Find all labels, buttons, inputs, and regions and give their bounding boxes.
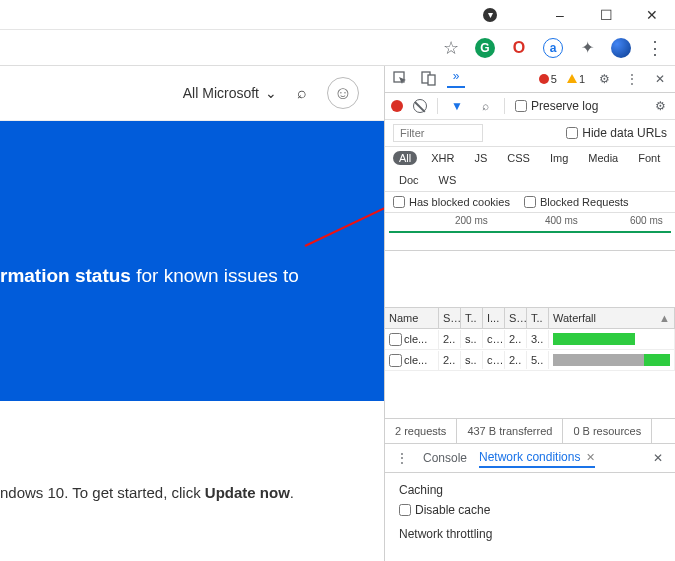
cell-i-0: c... [483, 330, 505, 348]
settings-gear-icon[interactable]: ⚙ [595, 70, 613, 88]
cell-s-0: 2.. [439, 330, 461, 348]
devtools-close-icon[interactable]: ✕ [651, 70, 669, 88]
has-blocked-cookies-checkbox[interactable]: Has blocked cookies [393, 196, 510, 208]
bottom-text-3: . [290, 484, 294, 501]
caret-down-icon[interactable]: ▾ [483, 8, 497, 22]
filter-all[interactable]: All [393, 151, 417, 165]
table-row[interactable]: cle... 2.. s.. c... 2.. 3.. [385, 329, 675, 350]
banner-rest: for known issues to [131, 265, 299, 286]
col-name[interactable]: Name [385, 308, 439, 328]
disable-cache-input[interactable] [399, 504, 411, 516]
cell-s-1: 2.. [439, 351, 461, 369]
tick-600: 600 ms [630, 215, 663, 226]
search-network-icon[interactable]: ⌕ [476, 97, 494, 115]
drawer-tab-close-icon[interactable]: ✕ [586, 451, 595, 463]
devtools-tabbar: » 5 1 ⚙ ⋮ ✕ [385, 66, 675, 93]
hide-data-urls-input[interactable] [566, 127, 578, 139]
extension-a-icon[interactable]: a [543, 38, 563, 58]
preserve-log-input[interactable] [515, 100, 527, 112]
status-resources: 0 B resources [563, 419, 652, 443]
preserve-log-checkbox[interactable]: Preserve log [515, 99, 598, 113]
warning-count-badge[interactable]: 1 [567, 73, 585, 85]
filter-font[interactable]: Font [632, 151, 666, 165]
cell-s2-0: 2.. [505, 330, 527, 348]
bookmark-star-icon[interactable]: ☆ [441, 38, 461, 58]
cell-t2-1: 5.. [527, 351, 549, 369]
col-waterfall-label: Waterfall [553, 312, 596, 324]
drawer-tab-network-conditions[interactable]: Network conditions ✕ [479, 448, 595, 468]
divider [437, 98, 438, 114]
network-settings-gear-icon[interactable]: ⚙ [651, 97, 669, 115]
caching-section: Caching Disable cache [399, 483, 661, 517]
col-type[interactable]: T.. [461, 308, 483, 328]
table-row[interactable]: cle... 2.. s.. c... 2.. 5.. [385, 350, 675, 371]
sort-arrow-icon: ▲ [659, 312, 670, 324]
svg-rect-3 [428, 75, 435, 85]
divider [504, 98, 505, 114]
device-toggle-icon[interactable] [419, 70, 437, 88]
update-now-label: Update now [205, 484, 290, 501]
hide-data-urls-label: Hide data URLs [582, 126, 667, 140]
page-content: All Microsoft ⌄ ⌕ ☺ rmation status for k… [0, 66, 385, 561]
extension-g-icon[interactable]: G [475, 38, 495, 58]
col-status[interactable]: S.. [439, 308, 461, 328]
filter-xhr[interactable]: XHR [425, 151, 460, 165]
throttling-section: Network throttling [399, 527, 661, 541]
blocked-requests-input[interactable] [524, 196, 536, 208]
search-icon[interactable]: ⌕ [297, 84, 307, 102]
bottom-text-1: ndows 10. To get started, click [0, 484, 205, 501]
drawer-close-icon[interactable]: ✕ [649, 449, 667, 467]
filter-ws[interactable]: WS [433, 173, 463, 187]
hide-data-urls-checkbox[interactable]: Hide data URLs [566, 126, 667, 140]
has-blocked-cookies-input[interactable] [393, 196, 405, 208]
error-count-badge[interactable]: 5 [539, 73, 557, 85]
cell-t-0: s.. [461, 330, 483, 348]
devtools-menu-icon[interactable]: ⋮ [623, 70, 641, 88]
profile-avatar-icon[interactable] [611, 38, 631, 58]
window-titlebar: ▾ – ☐ ✕ [0, 0, 675, 30]
more-tabs-chevron-icon[interactable]: » [447, 70, 465, 88]
filter-img[interactable]: Img [544, 151, 574, 165]
blocked-requests-label: Blocked Requests [540, 196, 629, 208]
cell-name: cle... [385, 330, 439, 349]
maximize-button[interactable]: ☐ [583, 0, 629, 30]
account-icon[interactable]: ☺ [327, 77, 359, 109]
drawer-tab-console[interactable]: Console [423, 449, 467, 467]
timeline-spacer [385, 251, 675, 308]
filter-funnel-icon[interactable]: ▼ [448, 97, 466, 115]
drawer-menu-icon[interactable]: ⋮ [393, 449, 411, 467]
col-time[interactable]: T.. [527, 308, 549, 328]
cookie-filter-row: Has blocked cookies Blocked Requests [385, 192, 675, 213]
network-table-header: Name S.. T.. I... S.. T.. Waterfall▲ [385, 308, 675, 329]
row-checkbox[interactable] [389, 354, 402, 367]
inspect-element-icon[interactable] [391, 70, 409, 88]
filter-input[interactable] [393, 124, 483, 142]
tick-400: 400 ms [545, 215, 578, 226]
all-microsoft-menu[interactable]: All Microsoft ⌄ [183, 85, 277, 101]
has-blocked-label: Has blocked cookies [409, 196, 510, 208]
status-requests: 2 requests [385, 419, 457, 443]
row-checkbox[interactable] [389, 333, 402, 346]
timeline-overview[interactable]: 200 ms 400 ms 600 ms [385, 213, 675, 251]
drawer-tab-netcond-label: Network conditions [479, 450, 580, 464]
tick-200: 200 ms [455, 215, 488, 226]
drawer-tabbar: ⋮ Console Network conditions ✕ ✕ [385, 444, 675, 473]
col-waterfall[interactable]: Waterfall▲ [549, 308, 675, 328]
extension-o-icon[interactable]: O [509, 38, 529, 58]
disable-cache-checkbox[interactable]: Disable cache [399, 503, 661, 517]
browser-menu-icon[interactable]: ⋮ [645, 38, 665, 58]
clear-button[interactable] [413, 99, 427, 113]
blocked-requests-checkbox[interactable]: Blocked Requests [524, 196, 629, 208]
filter-row: Hide data URLs [385, 120, 675, 147]
filter-js[interactable]: JS [468, 151, 493, 165]
filter-css[interactable]: CSS [501, 151, 536, 165]
filter-media[interactable]: Media [582, 151, 624, 165]
close-window-button[interactable]: ✕ [629, 0, 675, 30]
col-size[interactable]: S.. [505, 308, 527, 328]
filter-doc[interactable]: Doc [393, 173, 425, 187]
col-initiator[interactable]: I... [483, 308, 505, 328]
minimize-button[interactable]: – [537, 0, 583, 30]
extensions-puzzle-icon[interactable]: ✦ [577, 38, 597, 58]
drawer-body: Caching Disable cache Network throttling [385, 473, 675, 561]
record-button[interactable] [391, 100, 403, 112]
